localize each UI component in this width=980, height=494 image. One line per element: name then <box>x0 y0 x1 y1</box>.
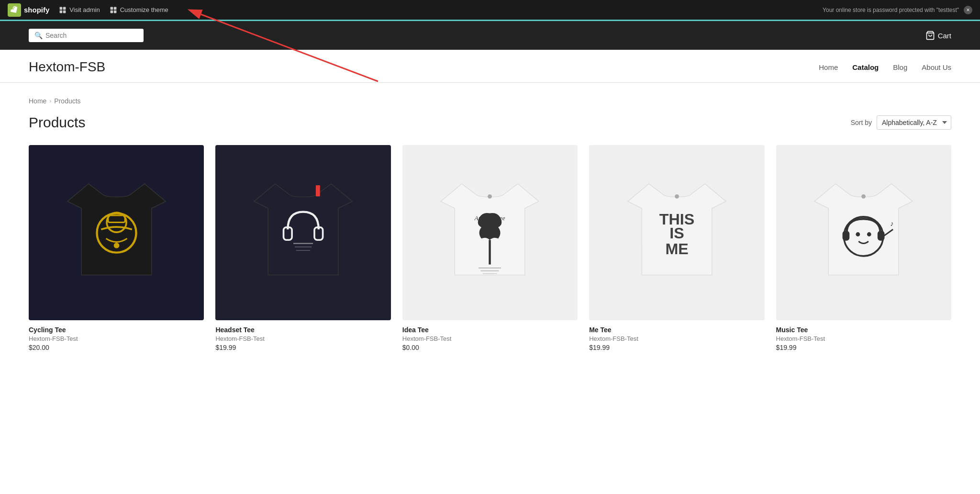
product-price-idea-tee: $0.00 <box>402 344 578 351</box>
product-vendor-me-tee: Hextom-FSB-Test <box>589 335 764 342</box>
breadcrumb: Home › Products <box>29 97 951 105</box>
product-card-music-tee[interactable]: ♪ Music Tee Hextom-FSB-Test $19.99 <box>776 145 951 351</box>
product-name-idea-tee: Idea Tee <box>402 326 578 334</box>
product-card-me-tee[interactable]: THIS IS ME Me Tee Hextom-FSB-Test $19.99 <box>589 145 764 351</box>
product-vendor-cycling-tee: Hextom-FSB-Test <box>29 335 204 342</box>
sort-select[interactable]: Alphabetically, A-Z Alphabetically, Z-A … <box>877 115 951 130</box>
breadcrumb-current: Products <box>54 97 80 105</box>
svg-rect-15 <box>316 185 320 196</box>
shopify-logo-icon <box>8 3 21 17</box>
store-header: 🔍 Cart <box>0 21 980 50</box>
product-image-headset-tee <box>215 145 390 320</box>
site-nav-wrapper: Hextom-FSB Home Catalog Blog About Us <box>0 50 980 83</box>
product-image-idea-tee: An idea tree <box>402 145 578 320</box>
product-image-me-tee: THIS IS ME <box>589 145 764 320</box>
svg-rect-2 <box>60 10 63 13</box>
svg-rect-6 <box>110 10 113 13</box>
nav-blog[interactable]: Blog <box>893 63 907 71</box>
svg-rect-3 <box>63 10 66 13</box>
breadcrumb-home[interactable]: Home <box>29 97 46 105</box>
search-bar-wrapper: 🔍 <box>29 29 144 42</box>
nav-home[interactable]: Home <box>819 63 838 71</box>
sort-label: Sort by <box>851 119 872 126</box>
breadcrumb-separator: › <box>49 98 51 104</box>
svg-rect-0 <box>60 7 63 10</box>
main-content: Home › Products Products Sort by Alphabe… <box>0 83 980 366</box>
products-header: Products Sort by Alphabetically, A-Z Alp… <box>29 114 951 131</box>
cart-link[interactable]: Cart <box>925 31 951 40</box>
admin-bar-left: shopify Visit admin Customize theme <box>8 3 168 17</box>
product-price-me-tee: $19.99 <box>589 344 764 351</box>
product-vendor-idea-tee: Hextom-FSB-Test <box>402 335 578 342</box>
search-icon: 🔍 <box>34 32 43 39</box>
svg-text:IS: IS <box>669 225 684 242</box>
nav-about-us[interactable]: About Us <box>922 63 951 71</box>
product-vendor-music-tee: Hextom-FSB-Test <box>776 335 951 342</box>
svg-point-26 <box>675 194 679 199</box>
svg-rect-1 <box>63 7 66 10</box>
product-card-cycling-tee[interactable]: Cycling Tee Hextom-FSB-Test $20.00 <box>29 145 204 351</box>
visit-admin-label: Visit admin <box>69 6 100 13</box>
svg-point-30 <box>861 194 866 199</box>
svg-point-21 <box>488 194 492 199</box>
customize-theme-link[interactable]: Customize theme <box>110 6 168 14</box>
close-admin-bar-button[interactable]: × <box>964 6 972 14</box>
svg-rect-5 <box>113 7 116 10</box>
cart-label: Cart <box>938 32 951 40</box>
nav-catalog[interactable]: Catalog <box>852 63 879 71</box>
shopify-logo-text: shopify <box>24 6 49 14</box>
admin-bar: shopify Visit admin Customize theme Your… <box>0 0 980 21</box>
product-price-music-tee: $19.99 <box>776 344 951 351</box>
product-name-me-tee: Me Tee <box>589 326 764 334</box>
product-price-headset-tee: $19.99 <box>215 344 390 351</box>
product-name-headset-tee: Headset Tee <box>215 326 390 334</box>
product-grid: Cycling Tee Hextom-FSB-Test $20.00 <box>29 145 951 351</box>
svg-point-14 <box>113 243 119 248</box>
product-card-idea-tee[interactable]: An idea tree Idea Tee Hextom-FSB-Test $0… <box>402 145 578 351</box>
page-title: Products <box>29 114 85 131</box>
product-name-cycling-tee: Cycling Tee <box>29 326 204 334</box>
shopify-logo[interactable]: shopify <box>8 3 49 17</box>
svg-text:ME: ME <box>665 240 688 257</box>
product-name-music-tee: Music Tee <box>776 326 951 334</box>
svg-rect-34 <box>843 231 850 241</box>
product-image-cycling-tee <box>29 145 204 320</box>
site-nav: Home Catalog Blog About Us <box>819 63 951 71</box>
product-image-music-tee: ♪ <box>776 145 951 320</box>
product-card-headset-tee[interactable]: Headset Tee Hextom-FSB-Test $19.99 <box>215 145 390 351</box>
visit-admin-link[interactable]: Visit admin <box>59 6 100 14</box>
password-notice: Your online store is password protected … <box>823 7 959 13</box>
sort-wrapper: Sort by Alphabetically, A-Z Alphabetical… <box>851 115 951 130</box>
site-logo[interactable]: Hextom-FSB <box>29 59 105 75</box>
svg-point-32 <box>856 232 860 236</box>
svg-point-33 <box>867 232 871 236</box>
search-input[interactable] <box>45 32 138 39</box>
admin-bar-right: Your online store is password protected … <box>823 6 972 14</box>
product-vendor-headset-tee: Hextom-FSB-Test <box>215 335 390 342</box>
svg-rect-4 <box>110 7 113 10</box>
svg-rect-7 <box>113 10 116 13</box>
product-price-cycling-tee: $20.00 <box>29 344 204 351</box>
customize-theme-label: Customize theme <box>120 6 168 13</box>
svg-text:♪: ♪ <box>890 220 893 227</box>
